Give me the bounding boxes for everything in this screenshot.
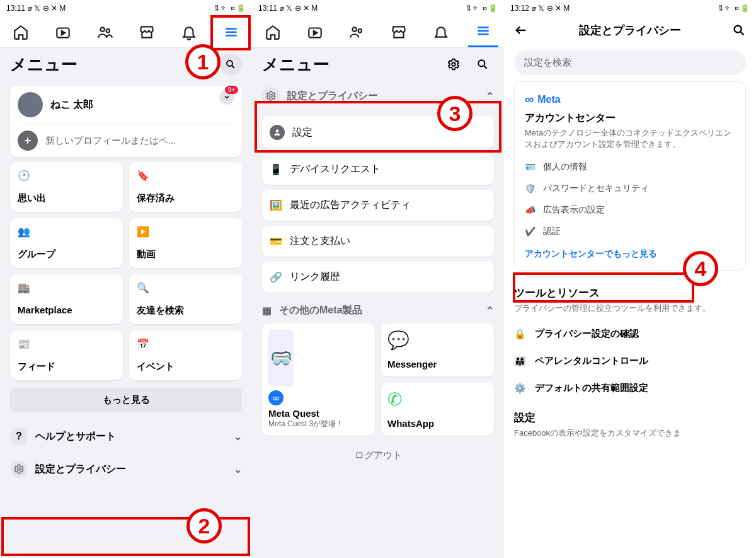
item-ad-settings[interactable]: 📣広告表示の設定 (525, 199, 735, 221)
profile-card[interactable]: ねこ 太郎 9+ 新しいプロフィールまたはペ... (10, 86, 242, 157)
tab-watch[interactable] (300, 17, 330, 47)
lock-icon: 🔒 (514, 328, 526, 340)
meta-logo: ∞Meta (525, 92, 735, 107)
menu-orders-payments[interactable]: 💳 注文と支払い (262, 226, 494, 257)
chevron-down-icon: ⌄ (234, 463, 242, 475)
svg-line-24 (741, 32, 744, 35)
statusbar: 13:11⌀ 𝕏 ⊖ ✕ M ⇅ ᯤ ⊡ 🔋 (252, 0, 504, 16)
tab-marketplace[interactable] (132, 17, 162, 47)
shortcut-memories[interactable]: 🕐思い出 (10, 162, 123, 212)
tool-privacy-checkup[interactable]: 🔒プライバシー設定の確認 (504, 320, 756, 347)
add-profile-row[interactable]: 新しいプロフィールまたはペ... (18, 124, 234, 151)
gear-icon: ⚙️ (514, 383, 526, 394)
shortcut-groups[interactable]: 👥グループ (10, 218, 123, 268)
search-input[interactable]: 設定を検索 (514, 50, 746, 75)
help-icon: ? (10, 427, 28, 445)
search-button[interactable] (471, 53, 494, 76)
item-verification[interactable]: ✔️認証 (525, 221, 735, 242)
profile-switcher[interactable]: 9+ (219, 90, 234, 105)
svg-point-18 (478, 60, 484, 66)
search-button[interactable] (732, 23, 746, 37)
page-title: メニュー (10, 54, 77, 76)
tools-desc: プライバシーの管理に役立つツールを利用できます。 (504, 303, 756, 320)
tab-watch[interactable] (48, 17, 78, 47)
tab-home[interactable] (6, 17, 36, 47)
whatsapp-card[interactable]: ✆ WhatsApp (381, 383, 494, 436)
messenger-icon: 💬 (387, 330, 413, 355)
whatsapp-icon: ✆ (387, 389, 413, 414)
shortcut-marketplace[interactable]: 🏬Marketplace (10, 274, 123, 324)
section-settings-privacy[interactable]: 設定とプライバシー ⌃ (252, 81, 504, 111)
shortcut-feed[interactable]: 📰フィード (10, 330, 123, 380)
tool-default-sharing[interactable]: ⚙️デフォルトの共有範囲設定 (504, 375, 756, 402)
shortcut-saved[interactable]: 🔖保存済み (129, 162, 242, 212)
tabbar (0, 16, 252, 48)
menu-device-requests[interactable]: 📱 デバイスリクエスト (262, 154, 494, 185)
svg-point-6 (227, 61, 232, 66)
svg-point-12 (352, 27, 357, 32)
tab-friends[interactable] (90, 17, 120, 47)
help-support-row[interactable]: ? ヘルプとサポート ⌄ (0, 420, 252, 453)
menu-ad-activity[interactable]: 🖼️ 最近の広告アクティビティ (262, 190, 494, 221)
svg-line-19 (484, 66, 487, 69)
menu-settings[interactable]: 設定 (262, 116, 494, 149)
logout-button[interactable]: ログアウト (252, 441, 504, 470)
svg-point-2 (106, 29, 109, 32)
panel-2: 13:11⌀ 𝕏 ⊖ ✕ M ⇅ ᯤ ⊡ 🔋 メニュー 設定とプライバシー ⌃ … (252, 0, 504, 558)
messenger-card[interactable]: 💬 Messenger (381, 323, 494, 376)
search-button[interactable] (219, 53, 242, 76)
tab-menu[interactable] (468, 17, 498, 47)
id-icon: 🪪 (525, 162, 536, 172)
status-time: 13:11 (6, 4, 25, 13)
tool-parental-controls[interactable]: 👨‍👩‍👧ペアレンタルコントロール (504, 347, 756, 375)
grid-icon: ▦ (262, 305, 272, 317)
tab-friends[interactable] (342, 17, 372, 47)
item-personal-info[interactable]: 🪪個人の情報 (525, 156, 735, 178)
status-time: 13:12 (510, 4, 529, 13)
account-center-more-link[interactable]: アカウントセンターでもっと見る (525, 242, 735, 260)
section-other-meta[interactable]: ▦ その他のMeta製品 ⌃ (252, 298, 504, 323)
item-password-security[interactable]: 🛡️パスワードとセキュリティ (525, 178, 735, 199)
svg-point-10 (18, 468, 21, 471)
menu-link-history[interactable]: 🔗 リンク履歴 (262, 262, 494, 293)
tab-marketplace[interactable] (384, 17, 414, 47)
status-icons-left: ⌀ 𝕏 ⊖ ✕ M (28, 4, 66, 13)
menu-header: メニュー (252, 48, 504, 81)
statusbar: 13:12⌀ 𝕏 ⊖ ✕ M ⇅ ᯤ ⊡ 🔋 (504, 0, 756, 16)
status-icons-right: ⇅ ᯤ ⊡ 🔋 (719, 4, 750, 13)
tab-home[interactable] (258, 17, 288, 47)
shortcut-find-friends[interactable]: 🔍友達を検索 (129, 274, 242, 324)
account-center-card: ∞Meta アカウントセンター Metaのテクノロジー全体のコネクテッドエクスペ… (514, 81, 746, 270)
page-title: メニュー (262, 54, 329, 76)
check-badge-icon: ✔️ (525, 226, 536, 236)
settings-privacy-row[interactable]: 設定とプライバシー ⌄ (0, 453, 252, 485)
tab-menu[interactable] (216, 17, 246, 47)
annotation-box-2 (1, 517, 250, 556)
statusbar: 13:11⌀ 𝕏 ⊖ ✕ M ⇅ ᯤ ⊡ 🔋 (0, 0, 252, 16)
tab-notifications[interactable] (426, 17, 456, 47)
card-icon: 💳 (270, 235, 282, 247)
link-icon: 🔗 (270, 271, 282, 283)
settings-label: 設定とプライバシー (35, 463, 126, 476)
gear-icon (262, 87, 280, 105)
back-button[interactable] (514, 23, 528, 37)
badge-count: 9+ (225, 86, 238, 94)
shortcut-events[interactable]: 📅イベント (129, 330, 242, 380)
menu-header: メニュー (0, 48, 252, 81)
chevron-up-icon: ⌃ (486, 305, 494, 317)
chevron-up-icon: ⌃ (486, 90, 494, 102)
tab-notifications[interactable] (174, 17, 204, 47)
annotation-circle-2: 2 (186, 508, 222, 543)
status-icons-left: ⌀ 𝕏 ⊖ ✕ M (532, 4, 570, 13)
shortcut-video[interactable]: ▶️動画 (129, 218, 242, 268)
chevron-down-icon: ⌄ (234, 431, 242, 443)
see-more-button[interactable]: もっと見る (10, 388, 242, 412)
account-center-title: アカウントセンター (525, 112, 735, 125)
meta-products-grid: 🥽 ∞ Meta Quest Meta Cuest 3が登場！ 💬 Messen… (252, 323, 504, 436)
status-icons-right: ⇅ ᯤ ⊡ 🔋 (467, 4, 498, 13)
meta-icon: ∞ (268, 390, 284, 405)
ad-icon: 🖼️ (270, 199, 282, 211)
profile-name: ねこ 太郎 (50, 98, 93, 112)
meta-quest-card[interactable]: 🥽 ∞ Meta Quest Meta Cuest 3が登場！ (262, 323, 375, 436)
settings-button[interactable] (442, 53, 465, 76)
